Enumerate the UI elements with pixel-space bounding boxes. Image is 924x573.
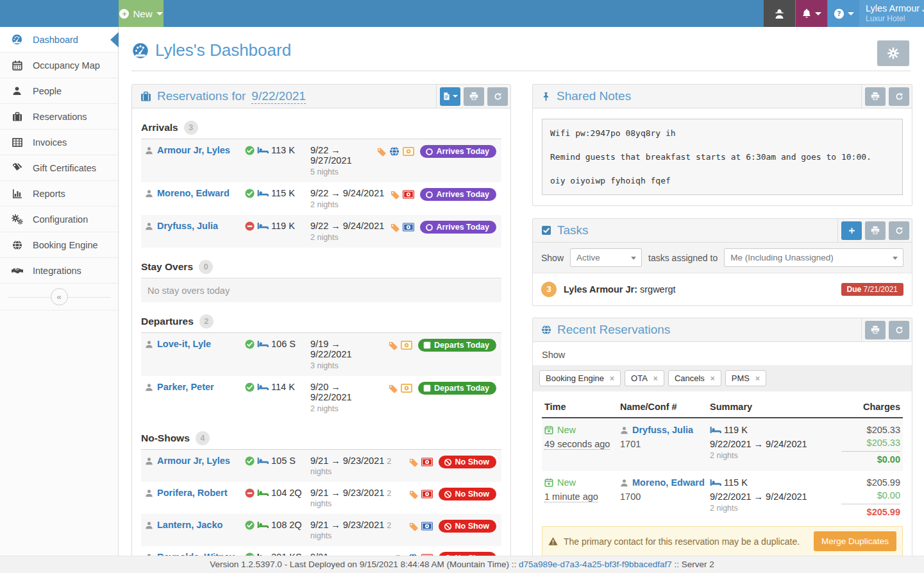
guest-link[interactable]: Dryfuss, Julia [620,425,710,435]
sidebar: Dashboard Occupancy Map People Reservati… [0,27,119,556]
room-number: 113 K [271,145,295,155]
calendar-plus-icon [544,478,553,487]
filter-tag-booking-engine[interactable]: Booking Engine× [539,370,621,386]
remove-filter-icon[interactable]: × [653,374,658,383]
check-square-icon [541,225,551,235]
room-cell: 115 K [710,477,841,488]
task-due-badge: Due 7/21/2021 [841,283,903,296]
refresh-button[interactable] [889,87,909,106]
task-status-select[interactable]: Active [570,248,642,267]
sidebar-item-people[interactable]: People [0,78,118,104]
person-icon [145,489,153,497]
task-item[interactable]: 3 Lyles Armour Jr: srgwergt Due 7/21/202… [533,273,912,305]
reservations-date-picker[interactable]: 9/22/2021 [251,89,306,104]
guest-link[interactable]: Porifera, Robert [145,488,241,498]
no-show-badge[interactable]: No Show [439,520,496,533]
guest-link[interactable]: Moreno, Edward [145,188,241,198]
bed-icon [257,456,269,465]
departs-today-badge[interactable]: Departs Today [418,339,496,352]
right-column: Shared Notes Wifi pw:2947po 08yq8ry ih R… [532,84,912,556]
room-cell: 105 S [245,456,307,466]
export-button[interactable] [440,87,460,106]
sidebar-item-invoices[interactable]: Invoices [0,130,118,155]
deploy-hash-link[interactable]: d75a989e-d7a3-4a25-bf3f-f9bbacedfaf7 [519,560,672,569]
sidebar-item-booking-engine[interactable]: Booking Engine [0,232,118,258]
print-icon [871,226,880,235]
sidebar-item-gift-certificates[interactable]: Gift Certificates [0,155,118,181]
dashboard-icon [11,34,23,45]
add-task-button[interactable] [841,221,862,240]
check-circle-icon [245,339,255,349]
shared-notes-textarea[interactable]: Wifi pw:2947po 08yq8ry ih Remind guests … [542,119,903,195]
check-circle-icon [245,146,255,155]
shared-notes-title: Shared Notes [541,89,631,103]
bed-icon [257,382,269,391]
check-circle-icon [245,520,255,530]
guest-link[interactable]: Armour Jr, Lyles [145,145,241,155]
room-number: 119 K [271,221,295,231]
caret-down-icon [156,12,163,15]
user-menu[interactable]: Lyles Armour Jr Luxur Hotel [859,0,924,27]
arrives-today-badge[interactable]: Arrives Today [420,145,496,158]
arrives-today-badge[interactable]: Arrives Today [420,188,496,201]
filter-tag-cancels[interactable]: Cancels× [668,370,721,386]
dashboard-settings-button[interactable] [877,40,909,66]
pin-icon [541,92,551,101]
nights-label: 5 nights [310,167,373,176]
sidebar-item-reservations[interactable]: Reservations [0,104,118,130]
guest-link[interactable]: Dryfuss, Julia [145,221,241,231]
guest-link[interactable]: Moreno, Edward [620,477,710,488]
column-time: Time [544,402,620,412]
person-icon [145,146,153,155]
sidebar-item-dashboard[interactable]: Dashboard [0,27,118,53]
bed-icon [257,488,269,497]
print-button[interactable] [865,87,886,106]
bell-icon [802,8,812,19]
dates: 9/22/2021 → 9/24/2021 [710,439,841,449]
refresh-button[interactable] [487,87,508,106]
room-cell: 115 K [245,188,307,198]
refresh-button[interactable] [889,321,909,339]
print-button[interactable] [464,87,484,106]
sidebar-collapse-button[interactable]: « [51,288,68,305]
noshow-row: Reynolds, Witney 301 KS 9/21 → 9/24/2021… [141,546,501,556]
status-new: New [544,477,620,488]
noshow-row: Armour Jr, Lyles 105 S 9/21 → 9/23/20212… [141,450,501,482]
help-button[interactable] [828,0,859,27]
guest-link[interactable]: Armour Jr, Lyles [145,456,241,466]
guest-link[interactable]: Parker, Peter [145,382,241,392]
task-assignee-select[interactable]: Me (Including Unassigned) [724,248,903,267]
room-number: 106 S [271,339,296,349]
recent-reservations-title: Recent Reservations [541,323,670,337]
arrives-today-badge[interactable]: Arrives Today [420,221,496,234]
guest-link[interactable]: Lantern, Jacko [145,520,241,530]
merge-duplicates-button[interactable]: Merge Duplicates [814,531,896,551]
row-right-cluster: Departs Today [388,382,496,395]
departs-today-badge[interactable]: Departs Today [418,382,496,395]
remove-filter-icon[interactable]: × [610,374,614,383]
person-icon [145,383,153,391]
guest-link[interactable]: Love-it, Lyle [145,339,241,349]
remove-filter-icon[interactable]: × [755,374,760,383]
no-show-badge[interactable]: No Show [439,488,496,500]
print-button[interactable] [865,321,886,339]
filter-tag-ota[interactable]: OTA× [625,370,664,386]
sidebar-item-occupancy-map[interactable]: Occupancy Map [0,53,118,78]
name-cell: Dryfuss, Julia 1701 [620,425,710,449]
print-button[interactable] [865,221,886,240]
bed-icon [257,520,269,529]
impersonate-button[interactable] [764,0,795,27]
arrivals-count-badge: 3 [184,121,198,135]
sidebar-item-integrations[interactable]: Integrations [0,258,118,284]
new-button[interactable]: + New [119,0,164,27]
sidebar-item-configuration[interactable]: Configuration [0,207,118,232]
assigned-to-label: tasks assigned to [648,253,718,263]
notifications-button[interactable] [796,0,827,27]
remove-filter-icon[interactable]: × [710,374,715,383]
no-show-badge[interactable]: No Show [439,456,496,468]
sidebar-item-reports[interactable]: Reports [0,181,118,207]
money-icon [401,384,412,393]
refresh-button[interactable] [889,221,909,240]
row-icons [390,223,414,232]
filter-tag-pms[interactable]: PMS× [725,370,766,386]
